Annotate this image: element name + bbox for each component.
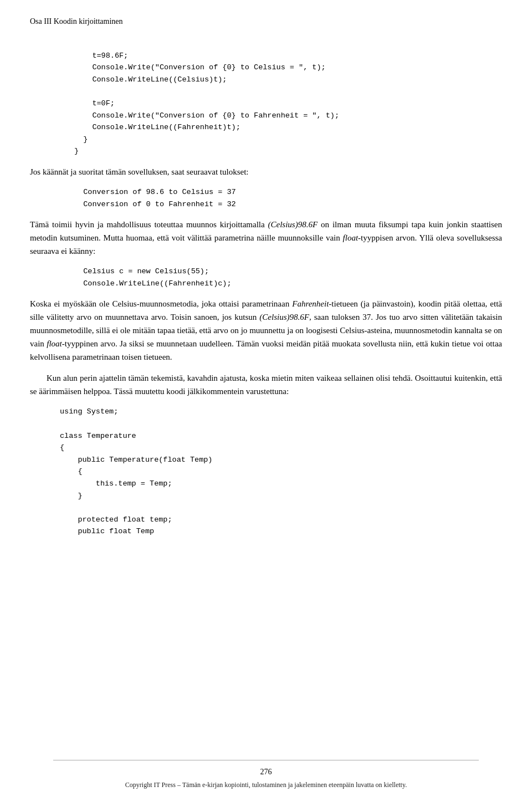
page-header: Osa III Koodin kirjoittaminen xyxy=(0,0,532,28)
paragraph-3: Koska ei myöskään ole Celsius-muunnosmet… xyxy=(30,297,502,364)
paragraph-2-italic2: float xyxy=(343,233,359,242)
page-footer: 276 Copyright IT Press – Tämän e-kirjan … xyxy=(0,757,532,790)
paragraph-3-italic2: (Celsius)98.6F xyxy=(259,313,309,321)
page-number: 276 xyxy=(260,766,272,778)
code-block-2: Conversion of 98.6 to Celsius = 37 Conve… xyxy=(74,186,502,210)
paragraph-2: Tämä toimii hyvin ja mahdollisuus toteut… xyxy=(30,218,502,258)
footer-copyright: Copyright IT Press – Tämän e-kirjan kopi… xyxy=(125,780,407,790)
header-section-title: Osa III Koodin kirjoittaminen xyxy=(30,16,123,28)
page-content: t=98.6F; Console.Write("Conversion of {0… xyxy=(0,28,532,576)
code-block-1: t=98.6F; Console.Write("Conversion of {0… xyxy=(74,50,502,157)
paragraph-1: Jos käännät ja suoritat tämän sovellukse… xyxy=(30,165,502,178)
paragraph-3-text1: Koska ei myöskään ole Celsius-muunnosmet… xyxy=(30,299,292,308)
paragraph-2-italic1: (Celsius)98.6F xyxy=(268,220,318,229)
page: Osa III Koodin kirjoittaminen t=98.6F; C… xyxy=(0,0,532,807)
paragraph-3-text4: -tyyppinen arvo. Ja siksi se muunnetaan … xyxy=(30,339,502,361)
paragraph-3-italic3: float xyxy=(47,339,62,348)
code-block-4: using System; class Temperature { public… xyxy=(60,406,502,538)
code-block-3: Celsius c = new Celsius(55); Console.Wri… xyxy=(74,265,502,289)
footer-divider xyxy=(53,760,479,760)
paragraph-3-italic1: Fahrenheit xyxy=(292,299,329,308)
paragraph-2-text1: Tämä toimii hyvin ja mahdollisuus toteut… xyxy=(30,220,268,229)
paragraph-4: Kun alun perin ajattelin tämän tekemistä… xyxy=(30,371,502,398)
